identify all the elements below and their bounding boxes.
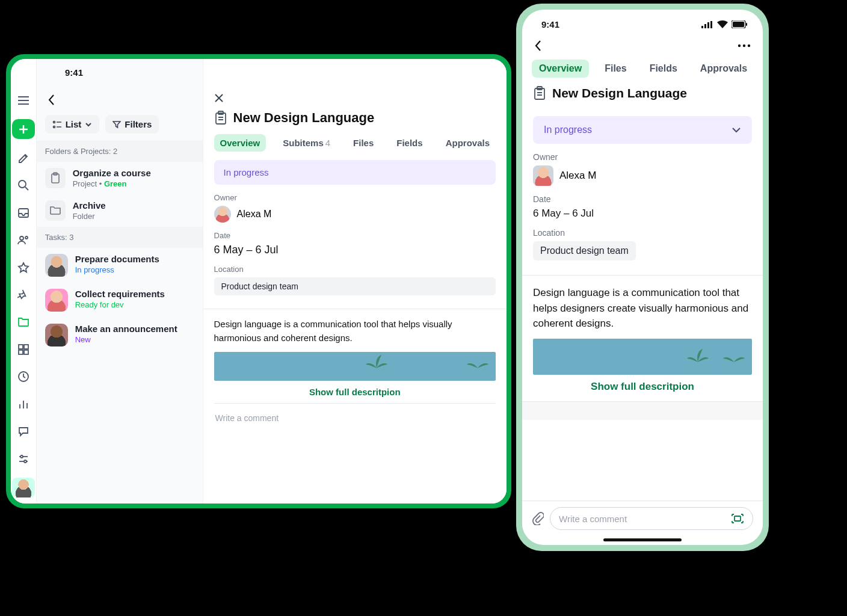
pin-icon[interactable] (14, 286, 33, 303)
clipboard-icon (214, 111, 227, 125)
people-icon[interactable] (14, 232, 33, 248)
phone-statusbar: 9:41 (522, 10, 763, 35)
date-label: Date (533, 194, 752, 204)
location-chip[interactable]: Product design team (214, 277, 496, 295)
description-image (533, 339, 752, 375)
owner-row[interactable]: Alexa M (214, 206, 496, 223)
task-item[interactable]: Prepare documents In progress (37, 248, 203, 283)
svg-rect-41 (746, 23, 747, 26)
clipboard-icon (533, 86, 546, 100)
tab-fields[interactable]: Fields (642, 60, 685, 78)
filters-button[interactable]: Filters (105, 115, 159, 134)
folder-icon[interactable] (14, 314, 33, 330)
show-full-description[interactable]: Show full descritpion (533, 375, 752, 399)
add-button[interactable] (12, 119, 35, 139)
tablet-device: 9:41 (6, 54, 511, 508)
tab-fields[interactable]: Fields (390, 134, 428, 152)
location-chip[interactable]: Product design team (533, 241, 636, 260)
more-icon[interactable] (738, 44, 751, 48)
svg-point-10 (25, 236, 28, 239)
detail-title: New Design Language (552, 86, 687, 100)
tab-approvals[interactable]: Approvals (440, 134, 496, 152)
back-icon[interactable] (534, 39, 543, 52)
task-item[interactable]: Make an announcement New (37, 318, 203, 353)
svg-rect-36 (704, 24, 706, 28)
owner-avatar (533, 165, 553, 186)
task-status: New (75, 335, 177, 344)
owner-label: Owner (214, 193, 496, 202)
comment-placeholder: Write a comment (559, 514, 627, 524)
edit-icon[interactable] (14, 150, 33, 166)
folder-subtitle: Folder (73, 212, 106, 221)
task-title: Make an announcement (75, 324, 177, 334)
svg-line-7 (25, 187, 28, 190)
owner-row[interactable]: Alexa M (533, 165, 752, 186)
location-label: Location (214, 265, 496, 274)
scan-icon (731, 513, 744, 524)
svg-rect-38 (710, 21, 712, 28)
location-label: Location (533, 228, 752, 238)
search-icon[interactable] (14, 177, 33, 194)
status-select[interactable]: In progress (214, 160, 496, 185)
list-icon (52, 120, 62, 129)
task-item[interactable]: Collect requirements Ready for dev (37, 283, 203, 318)
folder-icon (45, 200, 66, 221)
owner-avatar (214, 206, 231, 223)
grid-icon[interactable] (14, 341, 33, 357)
comment-input[interactable]: Write a comment (214, 403, 496, 433)
owner-name: Alexa M (559, 170, 596, 182)
inbox-icon[interactable] (14, 205, 33, 221)
tab-files[interactable]: Files (597, 60, 633, 78)
svg-rect-49 (735, 516, 741, 521)
folder-item[interactable]: Organize a course Project • Green (37, 162, 203, 194)
tab-approvals[interactable]: Approvals (693, 60, 754, 78)
status-select[interactable]: In progress (533, 116, 752, 144)
status-value: In progress (224, 167, 269, 177)
date-label: Date (214, 231, 496, 240)
folder-subtitle: Project • Green (73, 179, 151, 188)
task-title: Prepare documents (75, 254, 159, 264)
description: Design language is a communication tool … (214, 318, 496, 345)
detail-tabs: Overview Subitems4 Files Fields Approval… (214, 134, 496, 152)
task-status: Ready for dev (75, 300, 165, 309)
home-indicator[interactable] (603, 538, 682, 541)
tab-files[interactable]: Files (347, 134, 380, 152)
assignee-avatar (45, 324, 68, 346)
svg-rect-37 (707, 22, 709, 28)
filter-icon (112, 120, 121, 129)
attach-icon[interactable] (532, 512, 544, 525)
date-value[interactable]: 6 May – 6 Jul (533, 208, 752, 220)
show-full-description[interactable]: Show full descritpion (214, 381, 496, 403)
tab-overview[interactable]: Overview (214, 134, 266, 152)
svg-point-22 (24, 460, 26, 463)
detail-title: New Design Language (233, 110, 375, 126)
clock-icon[interactable] (14, 369, 33, 385)
menu-icon[interactable] (14, 92, 33, 108)
tasks-header: Tasks: 3 (37, 227, 203, 248)
close-icon[interactable] (214, 92, 496, 110)
statusbar-time: 9:41 (65, 67, 83, 78)
folder-item[interactable]: Archive Folder (37, 194, 203, 227)
comment-input[interactable]: Write a comment (550, 507, 753, 530)
date-value[interactable]: 6 May – 6 Jul (214, 244, 496, 256)
statusbar-time: 9:41 (541, 19, 559, 29)
svg-rect-11 (19, 345, 23, 349)
phone-detail: New Design Language In progress Owner Al… (522, 84, 763, 500)
phone-tabs: Overview Files Fields Approvals Time t (522, 56, 763, 84)
tab-overview[interactable]: Overview (532, 60, 589, 78)
tab-subitems[interactable]: Subitems4 (277, 134, 336, 152)
chevron-down-icon (732, 127, 741, 133)
svg-point-23 (53, 121, 55, 123)
sliders-icon[interactable] (14, 451, 33, 467)
back-icon[interactable] (45, 92, 58, 108)
chart-icon[interactable] (14, 396, 33, 412)
svg-rect-40 (733, 22, 744, 27)
user-avatar[interactable] (12, 478, 35, 497)
detail-title-row: New Design Language (214, 110, 496, 126)
folders-header: Folders & Projects: 2 (37, 141, 203, 162)
star-icon[interactable] (14, 259, 33, 276)
wifi-icon (717, 20, 728, 28)
view-switcher[interactable]: List (45, 115, 100, 134)
chat-icon[interactable] (14, 424, 33, 440)
filters-label: Filters (125, 119, 152, 129)
